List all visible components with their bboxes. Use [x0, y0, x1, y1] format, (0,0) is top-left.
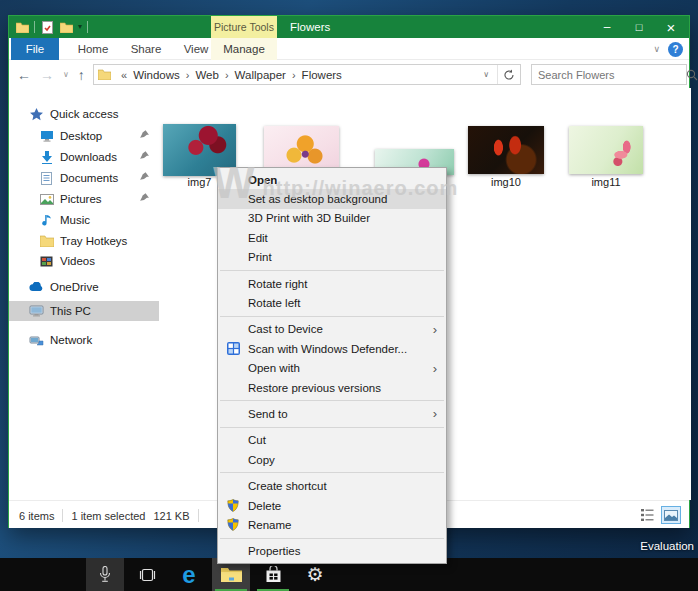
menu-item-send-to[interactable]: Send to› [218, 404, 446, 423]
desktop-icon [39, 129, 54, 144]
tab-home[interactable]: Home [71, 38, 115, 60]
windows-defender-icon [218, 342, 248, 355]
ribbon-tab-row: File Home Share View Manage ∨ ? [9, 38, 689, 60]
taskbar-task-view-button[interactable] [128, 558, 166, 591]
evaluation-watermark: Evaluation [640, 540, 694, 552]
menu-item-rotate-left[interactable]: Rotate left [218, 293, 446, 312]
breadcrumb-wallpaper[interactable]: Wallpaper [233, 69, 288, 81]
submenu-arrow-icon: › [433, 322, 437, 337]
sidebar-item-downloads[interactable]: Downloads [9, 147, 159, 167]
pin-icon [140, 193, 149, 202]
menu-item-set-as-desktop-background[interactable]: Set as desktop background [218, 189, 446, 208]
menu-separator [220, 270, 444, 271]
close-button[interactable]: × [655, 16, 687, 38]
address-dropdown-icon[interactable]: ∨ [475, 65, 498, 84]
status-divider [62, 509, 63, 522]
menu-item-properties[interactable]: Properties [218, 542, 446, 561]
selection-count: 1 item selected [71, 510, 145, 522]
file-thumbnail-img8[interactable] [264, 126, 339, 173]
menu-separator [220, 400, 444, 401]
menu-item-copy[interactable]: Copy [218, 450, 446, 469]
sidebar-item-quick-access[interactable]: Quick access [9, 104, 159, 124]
sidebar-item-tray-hotkeys[interactable]: Tray Hotkeys [9, 231, 159, 251]
taskbar-edge-button[interactable]: e [170, 558, 208, 591]
up-button[interactable]: ↑ [78, 67, 85, 83]
folder-icon[interactable] [15, 20, 29, 34]
menu-item-restore-previous-versions[interactable]: Restore previous versions [218, 378, 446, 397]
sidebar-item-this-pc[interactable]: This PC [9, 301, 159, 321]
breadcrumb-windows[interactable]: Windows [131, 69, 182, 81]
menu-item-create-shortcut[interactable]: Create shortcut [218, 476, 446, 495]
sidebar-item-network[interactable]: Network [9, 330, 159, 350]
picture-tools-group-label: Picture Tools [211, 16, 277, 38]
refresh-icon[interactable] [498, 65, 520, 84]
document-icon [39, 171, 54, 186]
minimize-button[interactable]: – [591, 16, 623, 38]
breadcrumb-prefix[interactable]: « [117, 69, 131, 81]
breadcrumb-separator-icon: › [221, 69, 233, 81]
settings-gear-icon: ⚙ [306, 565, 323, 584]
menu-item-rename[interactable]: Rename [218, 515, 446, 534]
forward-button[interactable]: → [40, 67, 54, 83]
file-label-img11[interactable]: img11 [569, 176, 643, 188]
search-icon[interactable] [686, 69, 698, 81]
new-folder-icon[interactable] [59, 20, 73, 34]
microphone-icon [99, 566, 111, 583]
maximize-button[interactable]: □ [623, 16, 655, 38]
store-icon [265, 566, 282, 583]
sidebar-item-videos[interactable]: Videos [9, 251, 159, 271]
sidebar-item-pictures[interactable]: Pictures [9, 189, 159, 209]
menu-item-3d-print[interactable]: 3D Print with 3D Builder [218, 209, 446, 228]
ribbon-collapse-chevron-icon[interactable]: ∨ [653, 44, 660, 54]
quick-access-toolbar: ▾ [15, 16, 88, 38]
tab-share[interactable]: Share [123, 38, 169, 60]
taskbar-microphone-button[interactable] [86, 558, 124, 591]
download-arrow-icon [39, 150, 54, 165]
uac-shield-icon [218, 518, 248, 531]
menu-separator [220, 538, 444, 539]
file-thumbnail-img10[interactable] [468, 126, 544, 174]
sidebar-item-desktop[interactable]: Desktop [9, 126, 159, 146]
breadcrumb-separator-icon: › [182, 69, 194, 81]
file-explorer-icon [221, 567, 242, 583]
file-label-img10[interactable]: img10 [468, 176, 544, 188]
title-bar[interactable]: ▾ Picture Tools Flowers – □ × [9, 16, 689, 38]
back-button[interactable]: ← [17, 67, 31, 83]
menu-item-cast-to-device[interactable]: Cast to Device› [218, 320, 446, 339]
breadcrumb-flowers[interactable]: Flowers [300, 69, 344, 81]
cloud-icon [29, 280, 44, 295]
sidebar-item-music[interactable]: Music [9, 210, 159, 230]
status-divider [198, 509, 199, 522]
properties-icon[interactable] [40, 20, 54, 34]
search-input[interactable] [532, 69, 686, 81]
uac-shield-icon [218, 499, 248, 512]
file-thumbnail-img11[interactable] [569, 126, 643, 174]
edge-icon: e [182, 563, 195, 587]
search-box [531, 64, 687, 85]
tab-manage[interactable]: Manage [211, 38, 277, 60]
menu-item-edit[interactable]: Edit [218, 228, 446, 247]
selection-size: 121 KB [153, 510, 189, 522]
navigation-pane: Quick access Desktop Downloads Documents… [9, 88, 159, 500]
menu-item-rotate-right[interactable]: Rotate right [218, 274, 446, 293]
qat-separator [34, 21, 35, 33]
sidebar-item-onedrive[interactable]: OneDrive [9, 277, 159, 297]
menu-item-print[interactable]: Print [218, 248, 446, 267]
computer-icon [29, 304, 44, 319]
details-view-icon[interactable] [637, 506, 657, 524]
menu-item-scan-with-windows-defender[interactable]: Scan with Windows Defender... [218, 339, 446, 358]
menu-item-open[interactable]: Open [218, 170, 446, 189]
help-icon[interactable]: ? [668, 42, 683, 57]
breadcrumb-web[interactable]: Web [193, 69, 220, 81]
tab-file[interactable]: File [11, 38, 59, 60]
thumbnail-view-icon[interactable] [661, 506, 681, 524]
menu-item-delete[interactable]: Delete [218, 496, 446, 515]
menu-item-cut[interactable]: Cut [218, 431, 446, 450]
address-bar[interactable]: « Windows › Web › Wallpaper › Flowers ∨ [93, 64, 521, 85]
qat-separator [87, 21, 88, 33]
history-dropdown-icon[interactable]: ∨ [63, 70, 69, 79]
qat-customize-dropdown-icon[interactable]: ▾ [78, 23, 82, 31]
pin-icon [140, 130, 149, 139]
menu-item-open-with[interactable]: Open with› [218, 359, 446, 378]
sidebar-item-documents[interactable]: Documents [9, 168, 159, 188]
